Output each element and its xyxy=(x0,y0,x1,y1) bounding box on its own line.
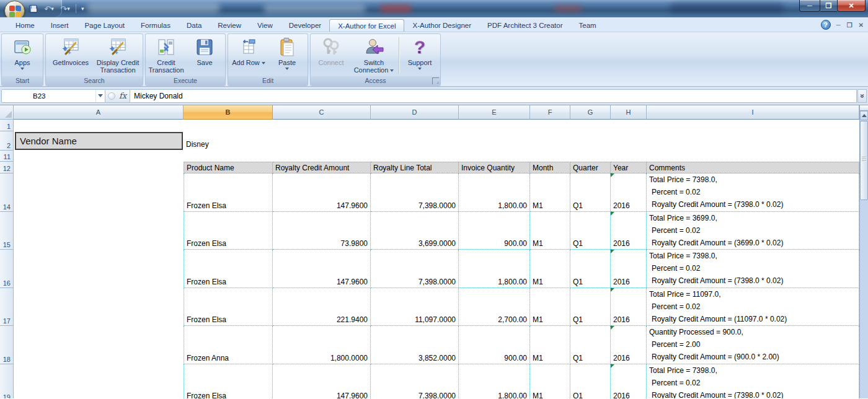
cell-month[interactable]: M1 xyxy=(530,173,570,212)
cell-royalty-credit-amount[interactable]: 147.9600 xyxy=(273,173,371,212)
column-header-f[interactable]: F xyxy=(530,105,570,120)
column-header-e[interactable]: E xyxy=(459,105,530,120)
cell-invoice-quantity[interactable]: 1,800.00 xyxy=(459,250,530,288)
redo-button[interactable]: ↷▾ xyxy=(60,3,71,14)
cell-month[interactable]: M1 xyxy=(530,288,570,327)
workbook-close-button[interactable]: ✕ xyxy=(859,22,864,28)
cell-product-name[interactable]: Frozen Elsa xyxy=(184,212,273,250)
cell-royalty-line-total[interactable]: 3,852.0000 xyxy=(371,326,459,364)
cell-royalty-line-total[interactable]: 7,398.0000 xyxy=(371,364,459,399)
row-header-1[interactable]: 1 xyxy=(0,120,14,131)
cell-royalty-line-total[interactable]: 3,699.0000 xyxy=(371,212,459,250)
cell-year[interactable]: 2016 xyxy=(611,364,647,399)
tab-formulas[interactable]: Formulas xyxy=(133,19,179,32)
cell-month[interactable]: M1 xyxy=(530,364,570,399)
row-header[interactable]: 14 xyxy=(0,173,14,212)
column-header-b-selected[interactable]: B xyxy=(184,105,273,120)
cell-comments[interactable]: Total Price = 7398.0,Percent = 0.02Royal… xyxy=(647,250,859,288)
cell-comments[interactable]: Total Price = 3699.0,Percent = 0.02Royal… xyxy=(647,212,859,250)
scroll-up-button[interactable] xyxy=(860,111,868,120)
header-year[interactable]: Year xyxy=(611,162,647,173)
tab-x-author-for-excel[interactable]: X-Author for Excel xyxy=(329,19,404,32)
cell-invoice-quantity[interactable]: 900.00 xyxy=(459,212,530,250)
getinvoices-button[interactable]: GetInvoices xyxy=(47,35,94,76)
cell-product-name[interactable]: Frozen Elsa xyxy=(184,288,273,327)
cell-product-name[interactable]: Frozen Elsa xyxy=(184,250,273,288)
add-row-button[interactable]: Add Row xyxy=(229,35,268,76)
cell-month[interactable]: M1 xyxy=(530,326,570,364)
cell-invoice-quantity[interactable]: 1,800.00 xyxy=(459,364,530,399)
access-dialog-launcher[interactable] xyxy=(432,77,439,84)
header-royalty-credit-amount[interactable]: Royalty Credit Amount xyxy=(273,162,371,173)
column-header-g[interactable]: G xyxy=(570,105,611,120)
cell-royalty-credit-amount[interactable]: 1,800.0000 xyxy=(273,326,371,364)
header-quarter[interactable]: Quarter xyxy=(570,162,611,173)
cell-quarter[interactable]: Q1 xyxy=(570,250,611,288)
cell-year[interactable]: 2016 xyxy=(611,212,647,250)
row-header-11[interactable]: 11 xyxy=(0,151,14,162)
insert-function-button[interactable]: fx xyxy=(105,89,130,103)
cell-year[interactable]: 2016 xyxy=(611,250,647,288)
tab-data[interactable]: Data xyxy=(179,19,210,32)
cell-comments[interactable]: Quantity Processed = 900.0,Percent = 2.0… xyxy=(647,326,859,364)
cell-quarter[interactable]: Q1 xyxy=(570,326,611,364)
column-header-i[interactable]: I xyxy=(647,105,859,120)
tab-page-layout[interactable]: Page Layout xyxy=(76,19,133,32)
cell-invoice-quantity[interactable]: 900.00 xyxy=(459,326,530,364)
cell-royalty-line-total[interactable]: 11,097.0000 xyxy=(371,288,459,327)
quick-save-button[interactable] xyxy=(27,3,38,14)
row-header[interactable]: 19 xyxy=(0,364,14,399)
row-header[interactable]: 18 xyxy=(0,326,14,364)
column-header-d[interactable]: D xyxy=(371,105,459,120)
formula-input[interactable]: Mickey Donald xyxy=(130,89,857,103)
tab-review[interactable]: Review xyxy=(210,19,249,32)
tab-team[interactable]: Team xyxy=(571,19,604,32)
cell-royalty-line-total[interactable]: 7,398.0000 xyxy=(371,250,459,288)
office-button[interactable] xyxy=(4,1,25,17)
vendor-value-cell[interactable]: Disney xyxy=(183,131,272,151)
row-header[interactable]: 16 xyxy=(0,250,14,288)
switch-connection-button[interactable]: Switch Connection xyxy=(350,35,397,76)
display-credit-transaction-button[interactable]: Display Credit Transaction xyxy=(94,35,141,76)
cell-quarter[interactable]: Q1 xyxy=(570,173,611,212)
name-box-dropdown-arrow[interactable] xyxy=(95,90,105,102)
row-header-12[interactable]: 12 xyxy=(0,162,14,173)
name-box[interactable]: B23 xyxy=(1,89,105,103)
credit-transaction-button[interactable]: Credit Transaction xyxy=(147,35,185,76)
expand-formula-bar-button[interactable]: « xyxy=(857,89,867,103)
tab-view[interactable]: View xyxy=(249,19,281,32)
tab-x-author-designer[interactable]: X-Author Designer xyxy=(404,19,479,32)
cell-quarter[interactable]: Q1 xyxy=(570,212,611,250)
cell-comments[interactable]: Total Price = 7398.0,Percent = 0.02Royal… xyxy=(647,364,859,399)
header-comments[interactable]: Comments xyxy=(647,162,859,173)
cell-month[interactable]: M1 xyxy=(530,212,570,250)
cell-comments[interactable]: Total Price = 7398.0,Percent = 0.02Royal… xyxy=(647,173,859,212)
cell-royalty-credit-amount[interactable]: 147.9600 xyxy=(273,250,371,288)
cell-year[interactable]: 2016 xyxy=(611,173,647,212)
cell-royalty-credit-amount[interactable]: 147.9600 xyxy=(273,364,371,399)
row-header-2[interactable]: 2 xyxy=(0,131,14,151)
scrollbar-thumb[interactable] xyxy=(860,121,868,200)
cell-royalty-line-total[interactable]: 7,398.0000 xyxy=(371,173,459,212)
vendor-name-label-cell[interactable]: Vendor Name xyxy=(15,132,183,150)
undo-button[interactable]: ↶▾ xyxy=(43,3,55,14)
customize-qat-button[interactable]: ▾ xyxy=(81,6,84,12)
cell-comments[interactable]: Total Price = 11097.0,Percent = 0.02Roya… xyxy=(647,288,859,327)
column-header-a[interactable]: A xyxy=(14,105,184,120)
tab-pdf-architect-3-creator[interactable]: PDF Architect 3 Creator xyxy=(479,19,570,32)
row-header[interactable]: 15 xyxy=(0,212,14,250)
header-month[interactable]: Month xyxy=(530,162,570,173)
minimize-button[interactable]: ─ xyxy=(799,0,820,12)
row-header[interactable]: 17 xyxy=(0,288,14,327)
cell-year[interactable]: 2016 xyxy=(611,326,647,364)
support-button[interactable]: ? Support xyxy=(401,35,439,76)
cell-royalty-credit-amount[interactable]: 73.9800 xyxy=(273,212,371,250)
cell-invoice-quantity[interactable]: 2,700.00 xyxy=(459,288,530,327)
column-header-c[interactable]: C xyxy=(273,105,371,120)
workbook-minimize-button[interactable]: ─ xyxy=(836,22,841,28)
cell-royalty-credit-amount[interactable]: 221.9400 xyxy=(273,288,371,327)
cell-month[interactable]: M1 xyxy=(530,250,570,288)
cell-quarter[interactable]: Q1 xyxy=(570,288,611,327)
workbook-restore-button[interactable]: ❐ xyxy=(847,22,853,28)
cell-year[interactable]: 2016 xyxy=(611,288,647,327)
